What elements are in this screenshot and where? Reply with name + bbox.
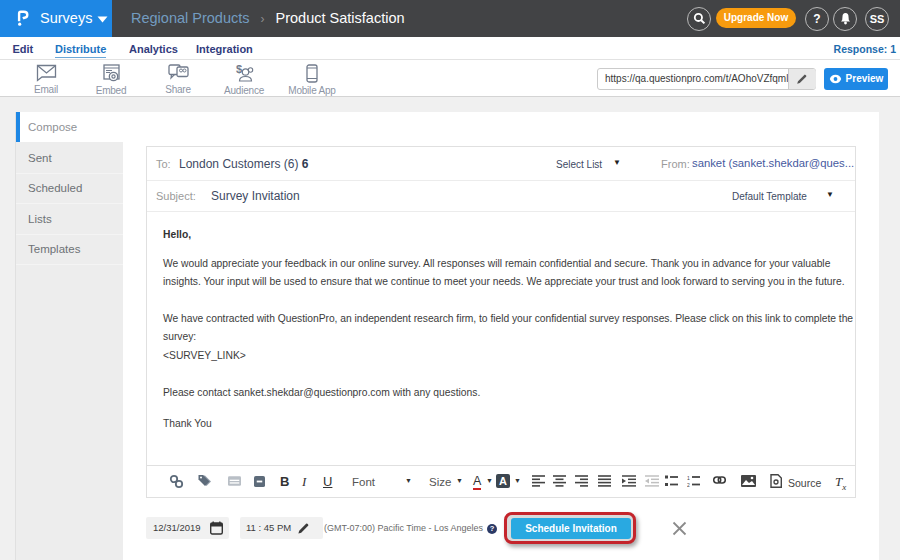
svg-text:A: A [499, 475, 507, 487]
svg-text:2: 2 [687, 482, 690, 487]
svg-text:1: 1 [687, 475, 690, 481]
svg-text:$: $ [236, 64, 242, 75]
